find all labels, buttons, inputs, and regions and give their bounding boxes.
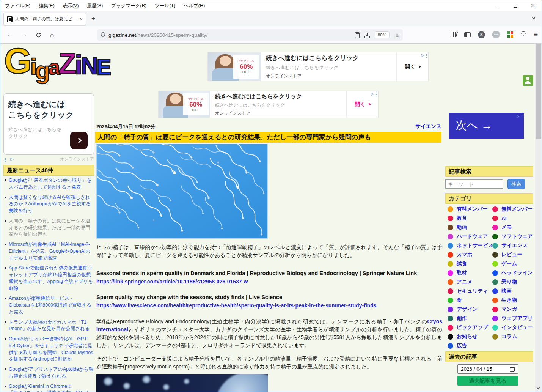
sidebar-ad-card[interactable]: 続きへ進むには こちらをクリック 続きへ進むにはこちらを クリック xyxy=(3,93,94,155)
category-item[interactable]: お知らせ xyxy=(448,332,492,341)
category-item[interactable]: 取材 xyxy=(448,268,492,277)
category-link[interactable]: インタビュー xyxy=(501,324,533,331)
shield-permissions-icon[interactable] xyxy=(100,32,106,38)
category-link[interactable]: アニメ xyxy=(457,279,472,285)
ad-headline[interactable]: 続きへ進むにはこちらをクリック xyxy=(266,54,391,62)
category-item[interactable]: インタビュー xyxy=(492,323,534,332)
category-link[interactable]: ヘッドライン xyxy=(501,269,533,276)
category-item[interactable]: ヘッドライン xyxy=(492,268,534,277)
hamburger-menu-icon[interactable]: ≡ xyxy=(534,30,538,39)
reload-button[interactable] xyxy=(33,30,43,39)
category-item[interactable]: ゲーム xyxy=(492,259,534,268)
news-link[interactable]: 人間は賢くなり続けるAIを監視しきれるのか？AnthropicがAIでAIを監視… xyxy=(9,195,91,214)
category-item[interactable]: ハードウェア xyxy=(448,232,492,241)
category-link[interactable]: 試食 xyxy=(457,260,467,267)
menu-tools[interactable]: ツール(T) xyxy=(155,3,175,9)
category-link[interactable]: 取材 xyxy=(457,269,467,276)
minimize-button[interactable]: — xyxy=(489,0,507,11)
news-list-item[interactable]: 人間は賢くなり続けるAIを監視しきれるのか？AnthropicがAIでAIを監視… xyxy=(3,194,94,214)
ad-headline[interactable]: 続きへ進むにはこちらをクリック xyxy=(215,93,341,100)
menu-history[interactable]: 履歴(S) xyxy=(87,3,103,9)
news-link[interactable]: GoogleがGemini in Chromeに「Skills(スキル)」機能を… xyxy=(9,384,90,392)
category-link[interactable]: 有料メンバー xyxy=(457,206,488,213)
ad-options-dots-icon[interactable] xyxy=(376,93,377,93)
url-bar[interactable]: gigazine.net/news/20260415-sperm-quality… xyxy=(97,29,403,41)
active-tab[interactable]: 人間の「精子の質」は夏にピークを迎 × xyxy=(3,13,86,25)
category-link[interactable]: デザイン xyxy=(457,306,478,313)
next-page-ad[interactable]: 次へ → ▷ xyxy=(449,113,524,139)
news-list-item[interactable]: 人間の「精子の質」は夏にピークを迎えるとの研究結果、ただし一部の専門家から疑問の… xyxy=(3,218,94,238)
maximize-button[interactable] xyxy=(507,0,524,11)
category-link[interactable]: 生き物 xyxy=(501,297,517,304)
reader-mode-icon[interactable] xyxy=(355,32,360,38)
search-input[interactable] xyxy=(445,179,503,189)
category-link[interactable]: コラム xyxy=(501,333,517,340)
news-link[interactable]: Microsoftが画像生成AI「MAI-Image-2-Efficient」を… xyxy=(9,242,90,261)
scrollbar-thumb[interactable] xyxy=(536,44,541,139)
accessibility-person-icon[interactable] xyxy=(523,75,533,86)
ad-options-dots-icon[interactable] xyxy=(426,54,427,55)
news-link[interactable]: トランプ大統領の金ピカスマホ「T1 Phone」の新たな見た目が公開される xyxy=(9,320,90,332)
news-link[interactable]: OpenAIがサイバー攻撃特化AI「GPT-5.4-Cyber」をセキュリティ研… xyxy=(9,336,93,362)
category-link[interactable]: ハードウェア xyxy=(457,233,488,240)
search-button[interactable]: 検索 xyxy=(507,179,525,189)
article-banner-ad[interactable]: 今すぐセール 60% OFF 続きへ進むにはこちらをクリック 続きへ進むにはこち… xyxy=(158,91,379,118)
category-item[interactable]: ピックアップ xyxy=(448,323,492,332)
category-item[interactable]: 無料メンバー xyxy=(492,205,534,214)
ad-options-dots-icon[interactable] xyxy=(522,115,522,115)
back-button[interactable]: ← xyxy=(5,30,15,39)
category-item[interactable]: コラム xyxy=(492,332,534,341)
adchoices-icon[interactable]: ▷ xyxy=(10,157,13,162)
category-link[interactable]: ゲーム xyxy=(501,260,517,267)
news-link[interactable]: App Storeで配信された偽の仮想通貨ウォレットアプリが約15億円相当の仮想… xyxy=(9,265,93,291)
category-item[interactable]: デザイン xyxy=(448,305,492,314)
article-category-link[interactable]: サイエンス xyxy=(415,123,441,130)
category-link[interactable]: 映画 xyxy=(501,288,512,294)
category-item[interactable]: アニメ xyxy=(448,277,492,287)
category-item[interactable]: 食 xyxy=(448,296,492,305)
bookmark-star-icon[interactable]: ☆ xyxy=(394,31,400,39)
list-all-tabs-icon[interactable] xyxy=(532,16,535,19)
category-link[interactable]: スマホ xyxy=(457,251,472,258)
adblock-plus-icon[interactable]: ABP xyxy=(492,31,500,38)
category-item[interactable]: 動画 xyxy=(448,223,492,232)
category-link[interactable]: 食 xyxy=(457,297,462,304)
category-item[interactable]: 乗り物 xyxy=(492,277,534,287)
menu-edit[interactable]: 編集(E) xyxy=(39,3,55,9)
news-list-item[interactable]: Microsoftが画像生成AI「MAI-Image-2-Efficient」を… xyxy=(3,241,94,261)
category-item[interactable]: AI xyxy=(492,214,534,223)
view-archive-button[interactable]: 過去記事を見る xyxy=(457,376,518,386)
news-link[interactable]: GoogleがアプリストアのAptoideから独占禁止法違反で訴えられる xyxy=(9,367,93,379)
news-link[interactable]: Googleが「戻るボタンの乗っ取り」をスパム行為として処罰すると発表 xyxy=(9,178,91,190)
page-scrollbar[interactable] xyxy=(535,44,542,392)
news-list-item[interactable]: OpenAIがサイバー攻撃特化AI「GPT-5.4-Cyber」をセキュリティ研… xyxy=(3,336,94,363)
category-link[interactable]: ピックアップ xyxy=(457,324,488,331)
archive-date-input[interactable]: 2026 / 04 / 15 xyxy=(457,364,518,374)
account-avatar[interactable]: S xyxy=(478,31,485,38)
reference-2-link[interactable]: https://www.livescience.com/health/repro… xyxy=(96,302,442,309)
category-item[interactable]: スマホ xyxy=(448,250,492,259)
category-link[interactable]: メモ xyxy=(501,224,512,231)
menu-help[interactable]: ヘルプ(H) xyxy=(184,3,205,9)
news-list-item[interactable]: GoogleがアプリストアのAptoideから独占禁止法違反で訴えられる xyxy=(3,366,94,380)
zoom-level-button[interactable]: 80% xyxy=(375,31,390,38)
adchoices-icon[interactable]: ▷ xyxy=(517,114,520,118)
adchoices-icon[interactable]: ▷ xyxy=(421,53,424,57)
category-link[interactable]: ウェブアプリ xyxy=(501,315,533,322)
category-link[interactable]: サイエンス xyxy=(501,242,528,249)
category-item[interactable]: 創作 xyxy=(448,314,492,323)
category-link[interactable]: 教育 xyxy=(457,215,467,222)
category-item[interactable]: 試食 xyxy=(448,259,492,268)
category-link[interactable]: 無料メンバー xyxy=(501,206,533,213)
new-tab-button[interactable]: + xyxy=(91,15,95,22)
category-item[interactable]: マンガ xyxy=(492,305,534,314)
category-link[interactable]: レビュー xyxy=(501,251,522,258)
category-item[interactable]: ウェブアプリ xyxy=(492,314,534,323)
category-link[interactable]: ネットサービス xyxy=(457,242,493,249)
reference-1-link[interactable]: https://link.springer.com/article/10.118… xyxy=(96,279,442,285)
news-list-item[interactable]: App Storeで配信された偽の仮想通貨ウォレットアプリが約15億円相当の仮想… xyxy=(3,265,94,292)
scrollbar-down-arrow-icon[interactable] xyxy=(537,386,540,389)
adchoices-icon[interactable]: ▷ xyxy=(371,92,374,96)
category-link[interactable]: 広告 xyxy=(457,342,467,349)
category-item[interactable]: 有料メンバー xyxy=(448,205,492,214)
